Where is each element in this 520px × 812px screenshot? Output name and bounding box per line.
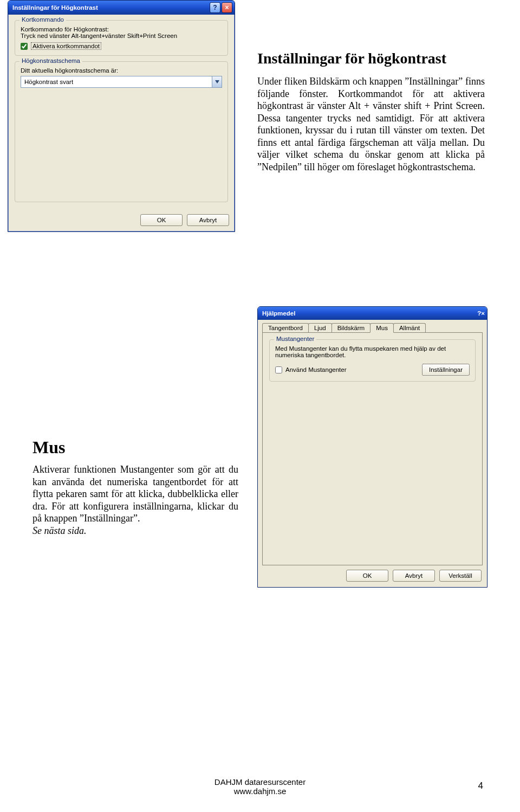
dialog1-title: Inställningar för Högkontrast [12,4,209,11]
tab-allmant[interactable]: Allmänt [393,323,426,332]
tab-label: Allmänt [399,325,420,331]
scheme-value: Högkontrast svart [24,79,73,85]
shortcut-text-line2: Tryck ned vänster Alt-tangent+vänster Sk… [21,33,222,39]
dialog-accessibility: Hjälpmedel ? × Tangentbord Ljud Bildskär… [257,306,487,588]
cancel-button[interactable]: Avbryt [393,570,435,582]
help-button[interactable]: ? [477,310,481,317]
checkbox-input[interactable] [21,43,28,50]
mustangenter-text: Med Mustangenter kan du flytta muspekare… [275,345,470,358]
question-icon: ? [213,4,217,11]
question-icon: ? [477,310,481,317]
chevron-down-icon[interactable] [212,76,222,87]
article1-body: Under fliken Bildskärm och knappen ”Inst… [257,75,485,173]
ok-button[interactable]: OK [140,214,183,226]
dialog1-titlebar[interactable]: Inställningar för Högkontrast ? × [8,1,235,15]
article1-heading: Inställningar för högkontrast [257,49,485,68]
dialog2-titlebar[interactable]: Hjälpmedel ? × [258,307,487,320]
use-mousekeys-checkbox[interactable]: Använd Mustangenter [275,366,347,373]
ok-label: OK [157,217,166,223]
close-button[interactable]: × [481,310,485,317]
groupbox-scheme-legend: Högkonstrastschema [20,57,82,64]
ok-button[interactable]: OK [346,570,388,582]
cancel-label: Avbryt [405,572,422,579]
checkbox-input[interactable] [275,366,282,373]
tab-label: Ljud [314,325,326,331]
settings-button[interactable]: Inställningar [422,364,470,376]
article2-heading: Mus [32,436,238,458]
groupbox-shortcut: Kortkommando Kortkommando för Högkontras… [15,20,228,56]
page-number: 4 [478,781,483,791]
tab-bildskarm[interactable]: Bildskärm [332,323,370,332]
ok-label: OK [363,572,372,579]
activate-shortcut-checkbox[interactable]: Aktivera kortkommandot [21,42,222,50]
article-mouse: Mus Aktiverar funktionen Mustangenter so… [32,436,238,537]
tab-label: Bildskärm [337,325,365,331]
groupbox-mustangenter: Mustangenter Med Mustangenter kan du fly… [269,339,476,382]
article2-body: Aktiverar funktionen Mustangenter som gö… [32,464,238,524]
article-high-contrast: Inställningar för högkontrast Under flik… [257,49,485,173]
checkbox-label: Aktivera kortkommandot [31,42,101,50]
cancel-label: Avbryt [199,217,217,223]
settings-label: Inställningar [429,366,463,373]
tab-panel-mus: Mustangenter Med Mustangenter kan du fly… [262,332,483,565]
apply-label: Verkställ [448,572,472,579]
checkbox-label: Använd Mustangenter [285,366,347,373]
article2-italic: Se nästa sida. [32,525,87,536]
scheme-label: Ditt aktuella högkontrastschema är: [21,67,222,74]
close-button[interactable]: × [222,2,232,13]
footer-line2: www.dahjm.se [0,787,520,796]
shortcut-text-line1: Kortkommando för Högkontrast: [21,26,222,33]
groupbox-legend: Mustangenter [274,336,316,342]
close-icon: × [225,4,229,11]
tab-label: Mus [376,325,388,331]
dialog-high-contrast-settings: Inställningar för Högkontrast ? × Kortko… [8,0,235,232]
tab-bar: Tangentbord Ljud Bildskärm Mus Allmänt [258,320,487,332]
groupbox-legend: Kortkommando [20,16,66,23]
tab-ljud[interactable]: Ljud [308,323,332,332]
footer: DAHJM dataresurscenter www.dahjm.se [0,777,520,796]
scheme-combobox[interactable]: Högkontrast svart [21,76,222,88]
footer-line1: DAHJM dataresurscenter [0,777,520,787]
help-button[interactable]: ? [210,2,220,13]
groupbox-scheme: Högkonstrastschema Ditt aktuella högkont… [15,61,228,202]
tab-mus[interactable]: Mus [370,323,394,333]
close-icon: × [481,310,485,317]
apply-button[interactable]: Verkställ [439,570,482,582]
dialog2-title: Hjälpmedel [262,310,477,317]
tab-label: Tangentbord [268,325,303,331]
cancel-button[interactable]: Avbryt [187,214,229,226]
tab-tangentbord[interactable]: Tangentbord [262,323,309,332]
